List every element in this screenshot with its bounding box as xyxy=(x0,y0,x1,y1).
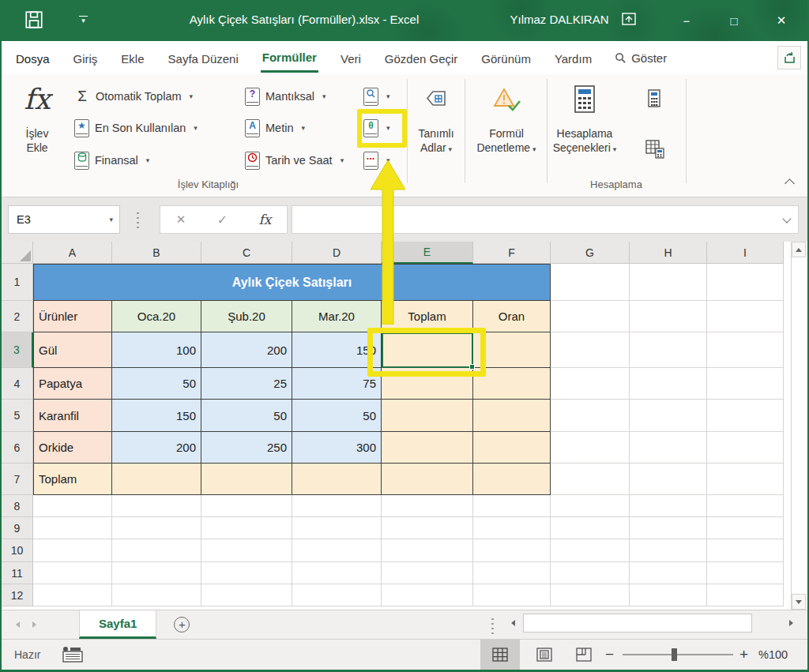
page-layout-view-button[interactable] xyxy=(525,640,564,670)
cell-D6[interactable]: 300 xyxy=(292,432,382,464)
calculate-sheet-button[interactable] xyxy=(645,139,665,160)
enter-button[interactable]: ✓ xyxy=(217,212,228,227)
horizontal-scroll-thumb[interactable] xyxy=(523,614,752,633)
cell-E4[interactable] xyxy=(382,368,473,400)
cell-H1[interactable] xyxy=(630,264,707,301)
cell-G7[interactable] xyxy=(551,464,630,495)
cell-D4[interactable]: 75 xyxy=(292,368,382,400)
formula-auditing-button[interactable]: FormülDenetleme▾ xyxy=(471,79,542,156)
cell-E9[interactable] xyxy=(382,517,473,539)
cell-F8[interactable] xyxy=(473,495,551,517)
cell-F2[interactable]: Oran xyxy=(473,301,551,332)
cell-C8[interactable] xyxy=(201,495,292,517)
cell-G6[interactable] xyxy=(551,432,630,464)
cell-F5[interactable] xyxy=(473,400,551,432)
cell-B2[interactable]: Oca.20 xyxy=(112,301,201,332)
cell-B4[interactable]: 50 xyxy=(112,368,201,400)
col-header-I[interactable]: I xyxy=(707,242,784,264)
col-header-F[interactable]: F xyxy=(473,242,551,264)
share-button[interactable] xyxy=(777,46,801,69)
cell-E12[interactable] xyxy=(382,584,473,606)
cell-A1[interactable]: Aylık Çiçek Satışları xyxy=(33,264,551,301)
tell-me-search[interactable]: Göster xyxy=(615,51,667,65)
save-icon[interactable] xyxy=(24,9,44,33)
cell-E10[interactable] xyxy=(382,539,473,562)
cell-I7[interactable] xyxy=(707,464,784,495)
qat-customize-icon[interactable]: ▾ xyxy=(79,16,88,24)
collapse-ribbon-button[interactable] xyxy=(786,180,793,187)
cell-C2[interactable]: Şub.20 xyxy=(201,301,292,332)
cell-I11[interactable] xyxy=(707,562,784,584)
row-header-2[interactable]: 2 xyxy=(2,301,33,332)
tab-scroll-splitter[interactable] xyxy=(491,617,494,634)
cell-I1[interactable] xyxy=(707,264,784,301)
cell-I6[interactable] xyxy=(707,432,784,464)
cell-E2[interactable]: Toplam xyxy=(382,301,473,332)
cell-I10[interactable] xyxy=(707,539,784,562)
cell-E8[interactable] xyxy=(382,495,473,517)
col-header-E[interactable]: E xyxy=(382,242,473,264)
autosum-button[interactable]: Σ Otomatik Toplam▾ xyxy=(74,86,193,107)
cell-B12[interactable] xyxy=(112,584,201,606)
row-header-9[interactable]: 9 xyxy=(2,517,33,539)
date-time-button[interactable]: Tarih ve Saat▾ xyxy=(245,150,344,171)
tab-gozden-gecir[interactable]: Gözden Geçir xyxy=(383,44,460,72)
close-button[interactable]: ✕ xyxy=(763,0,800,41)
cell-F4[interactable] xyxy=(473,368,551,400)
formula-input[interactable] xyxy=(292,205,799,234)
tab-gorunum[interactable]: Görünüm xyxy=(480,44,532,72)
cell-H6[interactable] xyxy=(630,432,707,464)
cell-H11[interactable] xyxy=(630,562,707,584)
cell-G11[interactable] xyxy=(551,562,630,584)
defined-names-button[interactable]: TanımlıAdlar▾ xyxy=(413,79,459,156)
cell-D2[interactable]: Mar.20 xyxy=(292,301,382,332)
col-header-C[interactable]: C xyxy=(201,242,292,264)
sheet-tab-sayfa1[interactable]: Sayfa1 xyxy=(79,610,156,639)
cell-C11[interactable] xyxy=(201,562,292,584)
zoom-percent[interactable]: %100 xyxy=(758,648,788,661)
insert-function-button[interactable]: fx İşlevEkle xyxy=(11,79,63,155)
cell-H7[interactable] xyxy=(630,464,707,495)
row-header-7[interactable]: 7 xyxy=(2,464,33,495)
row-header-11[interactable]: 11 xyxy=(2,562,33,584)
calculate-now-button[interactable] xyxy=(646,88,662,109)
tab-yardim[interactable]: Yardım xyxy=(553,44,593,72)
tab-sayfa-duzeni[interactable]: Sayfa Düzeni xyxy=(167,44,240,72)
cell-F7[interactable] xyxy=(473,464,551,495)
row-header-1[interactable]: 1 xyxy=(2,264,33,301)
cell-C9[interactable] xyxy=(201,517,292,539)
cell-G5[interactable] xyxy=(551,400,630,432)
cell-A7[interactable]: Toplam xyxy=(33,464,112,495)
cell-F6[interactable] xyxy=(473,432,551,464)
cell-F10[interactable] xyxy=(473,539,551,562)
cell-D3[interactable]: 150 xyxy=(292,332,382,368)
cell-A11[interactable] xyxy=(33,562,112,584)
financial-button[interactable]: Finansal▾ xyxy=(74,150,149,171)
cell-A9[interactable] xyxy=(33,517,112,539)
cell-D5[interactable]: 50 xyxy=(292,400,382,432)
math-trig-button[interactable]: θ ▾ xyxy=(363,118,390,138)
maximize-button[interactable]: □ xyxy=(716,0,752,41)
cell-G2[interactable] xyxy=(551,301,630,332)
user-name[interactable]: Yılmaz DALKIRAN xyxy=(500,13,619,26)
col-header-B[interactable]: B xyxy=(112,242,201,264)
cell-I12[interactable] xyxy=(707,584,784,606)
cell-I9[interactable] xyxy=(707,517,784,539)
cell-E3[interactable] xyxy=(382,332,473,368)
cancel-button[interactable]: ✕ xyxy=(176,212,186,227)
tab-veri[interactable]: Veri xyxy=(339,44,363,72)
cell-I3[interactable] xyxy=(707,332,784,368)
cell-G12[interactable] xyxy=(551,584,630,606)
cell-F12[interactable] xyxy=(473,584,551,606)
logical-button[interactable]: ? Mantıksal▾ xyxy=(245,86,326,107)
row-header-3[interactable]: 3 xyxy=(2,332,33,368)
cell-G10[interactable] xyxy=(551,539,630,562)
calculation-options-button[interactable]: HesaplamaSeçenekleri▾ xyxy=(551,79,618,156)
cell-F11[interactable] xyxy=(473,562,551,584)
cell-I2[interactable] xyxy=(707,301,784,332)
cell-I8[interactable] xyxy=(707,495,784,517)
insert-function-fx-button[interactable]: fx xyxy=(258,212,271,227)
cell-I5[interactable] xyxy=(707,400,784,432)
cell-G1[interactable] xyxy=(551,264,630,301)
tab-ekle[interactable]: Ekle xyxy=(119,44,145,72)
